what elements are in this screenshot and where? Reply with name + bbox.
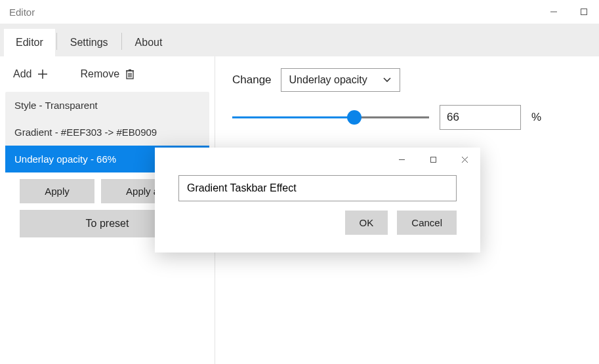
property-combo[interactable]: Underlay opacity <box>281 68 400 92</box>
dialog-window-controls <box>386 148 480 171</box>
trash-icon <box>125 68 135 80</box>
apply-button[interactable]: Apply <box>20 179 94 203</box>
opacity-value-text: 66 <box>447 111 459 123</box>
dialog-maximize-button[interactable] <box>417 148 449 171</box>
change-row: Change Underlay opacity <box>232 68 582 92</box>
list-item-label: Style - Transparent <box>14 100 98 111</box>
window-controls <box>539 0 599 24</box>
preset-name-dialog: OK Cancel <box>155 148 480 253</box>
window-maximize-button[interactable] <box>569 0 599 24</box>
svg-rect-1 <box>581 9 587 15</box>
tab-separator <box>121 33 122 50</box>
slider-row: 66 % <box>232 105 582 130</box>
chevron-down-icon <box>382 77 392 83</box>
apply-label: Apply <box>45 186 70 197</box>
tab-editor[interactable]: Editor <box>4 29 55 56</box>
ok-label: OK <box>360 217 374 228</box>
combo-value: Underlay opacity <box>289 74 367 86</box>
ok-button[interactable]: OK <box>345 211 388 235</box>
percent-symbol: % <box>531 111 541 124</box>
tab-strip: Editor Settings About <box>0 24 599 56</box>
slider-track-filled <box>232 117 354 119</box>
dialog-buttons: OK Cancel <box>155 211 480 235</box>
dialog-close-button[interactable] <box>449 148 480 171</box>
tab-about[interactable]: About <box>123 29 175 56</box>
slider-track-empty <box>354 117 429 119</box>
dialog-minimize-button[interactable] <box>386 148 417 171</box>
titlebar: Editor <box>0 0 599 24</box>
tab-label: About <box>135 37 163 48</box>
minimize-icon <box>550 8 558 16</box>
plus-icon <box>37 68 49 80</box>
to-preset-label: To preset <box>86 218 129 229</box>
svg-rect-11 <box>430 157 436 162</box>
tab-label: Settings <box>70 37 108 48</box>
dialog-input-wrap <box>155 171 480 211</box>
preset-name-input[interactable] <box>178 175 457 201</box>
dialog-titlebar <box>155 148 480 171</box>
add-label: Add <box>13 68 31 80</box>
close-icon <box>461 156 468 163</box>
list-item[interactable]: Gradient - #EEF303 -> #EB0909 <box>5 119 209 146</box>
sidebar-toolbar: Add Remove <box>0 56 215 92</box>
minimize-icon <box>398 156 405 163</box>
list-item[interactable]: Style - Transparent <box>5 92 209 119</box>
cancel-label: Cancel <box>411 217 442 228</box>
cancel-button[interactable]: Cancel <box>397 211 457 235</box>
change-label: Change <box>232 73 272 87</box>
remove-label: Remove <box>80 68 119 80</box>
window-minimize-button[interactable] <box>539 0 569 24</box>
add-button[interactable]: Add <box>8 64 54 84</box>
opacity-value-input[interactable]: 66 <box>440 105 521 130</box>
tab-separator <box>56 33 57 50</box>
maximize-icon <box>430 156 437 163</box>
list-item-label: Gradient - #EEF303 -> #EB0909 <box>14 127 157 138</box>
maximize-icon <box>580 8 588 16</box>
slider-thumb[interactable] <box>347 110 361 125</box>
window-title: Editor <box>9 7 35 18</box>
tab-label: Editor <box>16 37 43 48</box>
opacity-slider[interactable] <box>232 110 429 125</box>
tab-settings[interactable]: Settings <box>58 29 120 56</box>
list-item-label: Underlay opacity - 66% <box>14 153 116 165</box>
remove-button[interactable]: Remove <box>75 64 140 84</box>
